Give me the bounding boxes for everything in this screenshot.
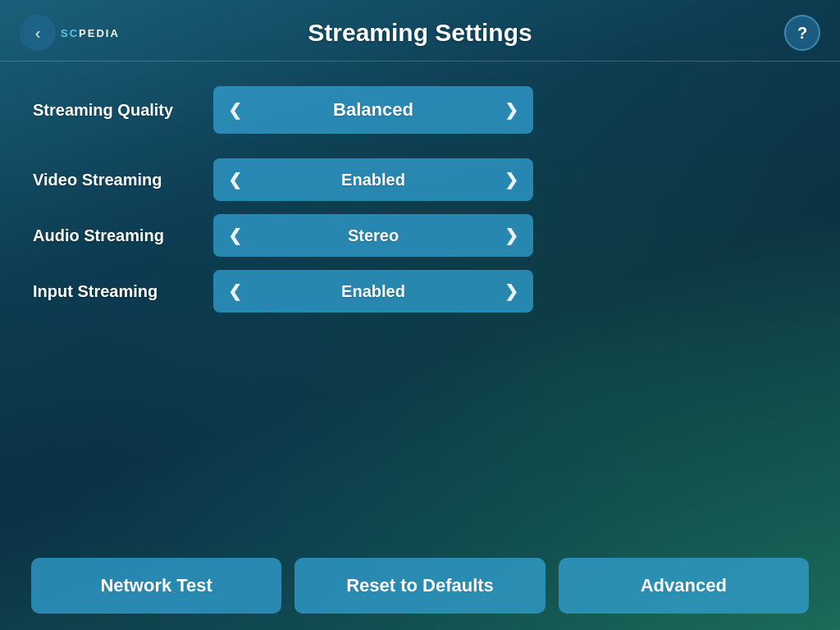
video-streaming-selector: ❮ Enabled ❯ <box>213 158 533 201</box>
footer: Network Test Reset to Defaults Advanced <box>0 541 840 630</box>
audio-streaming-prev-button[interactable]: ❮ <box>213 214 257 257</box>
input-streaming-value: Enabled <box>257 282 490 301</box>
logo-text: SCPEDIA <box>61 27 120 39</box>
network-test-button[interactable]: Network Test <box>31 558 281 614</box>
audio-streaming-label: Audio Streaming <box>33 226 213 245</box>
video-streaming-value: Enabled <box>257 171 490 189</box>
streaming-quality-prev-button[interactable]: ❮ <box>213 86 257 134</box>
chevron-left-icon: ❮ <box>228 100 242 120</box>
reset-to-defaults-button[interactable]: Reset to Defaults <box>294 558 545 614</box>
streaming-quality-row: Streaming Quality ❮ Balanced ❯ <box>33 86 807 134</box>
back-button[interactable]: ‹ <box>20 15 56 51</box>
input-streaming-label: Input Streaming <box>33 282 213 301</box>
input-streaming-selector: ❮ Enabled ❯ <box>213 270 533 313</box>
video-streaming-row: Video Streaming ❮ Enabled ❯ <box>33 158 807 201</box>
audio-streaming-value: Stereo <box>257 226 490 245</box>
audio-streaming-selector: ❮ Stereo ❯ <box>213 214 533 257</box>
logo-area: ‹ SCPEDIA <box>20 15 120 51</box>
input-streaming-row: Input Streaming ❮ Enabled ❯ <box>33 270 807 313</box>
chevron-right-icon: ❯ <box>504 170 518 189</box>
input-streaming-prev-button[interactable]: ❮ <box>213 270 257 313</box>
streaming-quality-selector: ❮ Balanced ❯ <box>213 86 533 134</box>
video-streaming-prev-button[interactable]: ❮ <box>213 158 257 201</box>
chevron-right-icon: ❯ <box>504 281 518 301</box>
chevron-right-icon: ❯ <box>504 226 518 245</box>
chevron-left-icon: ❮ <box>228 281 242 301</box>
video-streaming-label: Video Streaming <box>33 171 213 189</box>
chevron-left-icon: ❮ <box>228 226 242 245</box>
help-button[interactable]: ? <box>784 15 820 51</box>
logo-pedia: PEDIA <box>79 27 120 39</box>
audio-streaming-row: Audio Streaming ❮ Stereo ❯ <box>33 214 807 257</box>
help-icon: ? <box>797 24 807 43</box>
streaming-quality-value: Balanced <box>257 99 490 121</box>
video-streaming-next-button[interactable]: ❯ <box>490 158 533 201</box>
page-title: Streaming Settings <box>308 19 532 47</box>
header: ‹ SCPEDIA Streaming Settings ? <box>0 0 840 62</box>
streaming-quality-label: Streaming Quality <box>33 101 213 120</box>
chevron-left-icon: ❮ <box>228 170 242 189</box>
advanced-button[interactable]: Advanced <box>559 558 809 614</box>
chevron-right-icon: ❯ <box>504 100 518 120</box>
input-streaming-next-button[interactable]: ❯ <box>490 270 533 313</box>
audio-streaming-next-button[interactable]: ❯ <box>490 214 533 257</box>
logo-sc: SC <box>61 27 79 39</box>
streaming-quality-next-button[interactable]: ❯ <box>490 86 533 134</box>
back-icon: ‹ <box>35 24 41 43</box>
settings-content: Streaming Quality ❮ Balanced ❯ Video Str… <box>0 62 840 350</box>
